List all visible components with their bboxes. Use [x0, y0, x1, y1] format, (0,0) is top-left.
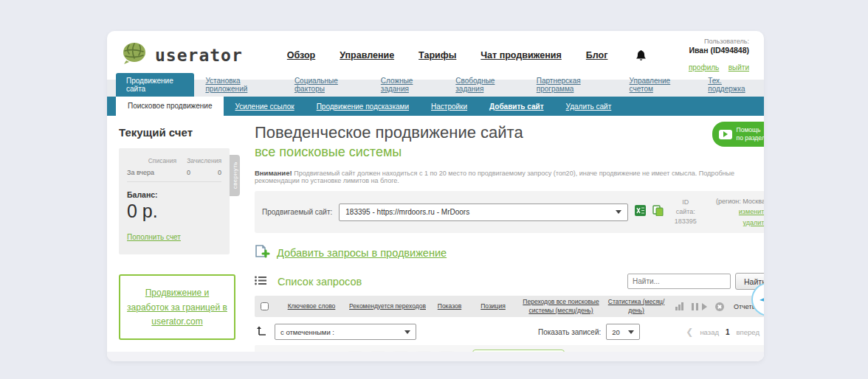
stop-icon[interactable]: [715, 302, 724, 311]
page-size-dropdown[interactable]: 20: [606, 324, 640, 340]
pause-play-icon[interactable]: [692, 303, 707, 310]
pagination: ❮ назад 1 вперед ❯: [686, 327, 764, 337]
column-header-link[interactable]: Ключевое слово: [276, 302, 347, 310]
user-box: Пользователь: Иван (ID494848) профиль вы…: [683, 38, 749, 73]
column-header-link[interactable]: Статистика (месяц/день): [607, 298, 666, 315]
region-label: (регион: Москва): [706, 196, 764, 206]
topup-link[interactable]: Пополнить счет: [127, 233, 181, 241]
forward-page-link[interactable]: вперед: [737, 328, 760, 336]
column-headers: Ключевое словоРекомендуется переходовПок…: [276, 298, 666, 315]
select-all-checkbox[interactable]: [261, 302, 269, 310]
debit-value: 0: [162, 169, 190, 176]
credit-value: 0: [190, 169, 221, 176]
with-selected-dropdown[interactable]: с отмеченными :: [275, 324, 416, 340]
top-nav-link[interactable]: Чат продвижения: [480, 50, 561, 60]
user-label: Пользователь:: [683, 38, 749, 45]
account-title: Текущий счет: [119, 126, 241, 139]
video-play-icon: [719, 130, 732, 139]
column-header-link[interactable]: Позиция: [471, 302, 515, 310]
primary-tab[interactable]: Тех. поддержка: [708, 73, 753, 97]
secondary-tab-bar: Поисковое продвижениеУсиление ссылокПрод…: [107, 97, 764, 116]
site-region-block: (регион: Москва) изменить удалить: [706, 196, 764, 228]
list-controls-row: с отмеченными : Показать записей: 20 ❮ н…: [255, 324, 764, 340]
primary-tab[interactable]: Продвижение сайта: [116, 73, 194, 97]
profile-link[interactable]: профиль: [689, 63, 719, 72]
main-content: Поведенческое продвижение сайта все поис…: [252, 116, 764, 361]
top-nav-link[interactable]: Обзор: [287, 50, 315, 60]
secondary-tab[interactable]: Добавить сайт: [489, 102, 544, 111]
top-nav-link[interactable]: Тарифы: [418, 50, 456, 60]
column-header-link[interactable]: Рекомендуется переходов: [347, 302, 428, 310]
query-list-title: Список запросов: [278, 276, 362, 288]
site-select[interactable]: 183395 - https://mrdoors.ru - MrDoors: [339, 204, 628, 221]
delete-site-link[interactable]: удалить: [743, 219, 764, 226]
search-input[interactable]: [627, 274, 731, 289]
statistics-chart-icon[interactable]: [675, 302, 683, 310]
current-page-number: 1: [726, 328, 730, 336]
collapse-panel-tab[interactable]: свернуть: [230, 155, 240, 196]
account-box: Списания Зачисления За вчера 0 0 Баланс:…: [119, 148, 230, 254]
excel-export-icon[interactable]: [635, 205, 646, 219]
primary-tab[interactable]: Социальные факторы: [294, 73, 359, 97]
page-subtitle: все поисковые системы: [255, 145, 764, 160]
site-select-label: Продвигаемый сайт:: [262, 208, 332, 216]
promo-link[interactable]: Продвижение и заработок за границей в us…: [127, 288, 227, 327]
copy-site-icon[interactable]: [652, 205, 664, 219]
balance-label: Баланс:: [127, 190, 221, 199]
secondary-tab[interactable]: Настройки: [431, 102, 467, 111]
page-title: Поведенческое продвижение сайта: [255, 123, 764, 142]
card-footer: [107, 352, 764, 361]
secondary-tab[interactable]: Усиление ссылок: [235, 102, 294, 111]
primary-tab[interactable]: Свободные задания: [455, 73, 514, 97]
debit-column-header: Списания: [148, 157, 177, 164]
list-icon: [255, 275, 266, 288]
help-button[interactable]: Помощь по разделу: [712, 122, 764, 147]
prev-page-chevron[interactable]: ❮: [686, 327, 693, 337]
query-table-header: Ключевое словоРекомендуется переходовПок…: [255, 296, 764, 317]
top-nav-link[interactable]: Блог: [586, 50, 608, 60]
top-nav-link[interactable]: Управление: [340, 50, 394, 60]
brain-logo-icon: [120, 41, 148, 69]
credit-column-header: Зачисления: [187, 157, 221, 164]
primary-tab-bar: Продвижение сайтаУстановка приложенийСоц…: [107, 80, 764, 97]
chevron-down-icon: [628, 330, 634, 334]
site-id-block: ID сайта: 183395: [672, 198, 699, 226]
notifications-bell-icon[interactable]: [636, 49, 647, 62]
secondary-tab[interactable]: Продвижение подсказками: [317, 102, 409, 111]
back-page-link[interactable]: назад: [700, 328, 719, 336]
user-name: Иван (ID494848): [683, 46, 749, 55]
apply-to-selected-icon: [256, 325, 266, 339]
secondary-tab[interactable]: Удалить сайт: [566, 102, 612, 111]
primary-tab[interactable]: Установка приложений: [205, 73, 272, 97]
primary-tab[interactable]: Сложные задания: [381, 73, 433, 97]
promoted-site-row: Продвигаемый сайт: 183395 - https://mrdo…: [255, 191, 764, 233]
logout-link[interactable]: выйти: [728, 63, 749, 72]
primary-tab[interactable]: Управление счетом: [630, 73, 686, 97]
promo-box: Продвижение и заработок за границей в us…: [119, 274, 235, 340]
app-window: userator ОбзорУправлениеТарифыЧат продви…: [107, 31, 764, 361]
show-records-label: Показать записей:: [538, 328, 601, 336]
top-nav: ОбзорУправлениеТарифыЧат продвиженияБлог: [287, 50, 608, 60]
chevron-down-icon: [404, 330, 410, 334]
secondary-tab[interactable]: Поисковое продвижение: [116, 97, 224, 116]
logo[interactable]: userator: [120, 41, 243, 69]
chevron-down-icon: [616, 210, 621, 214]
column-header-link[interactable]: Показов: [428, 302, 471, 310]
logo-text: userator: [155, 46, 243, 65]
account-row-yesterday: За вчера 0 0: [127, 169, 221, 182]
warning-text: Внимание! Продвигаемый сайт должен наход…: [255, 169, 764, 184]
row-label: За вчера: [127, 169, 162, 176]
balance-value: 0 р.: [127, 201, 221, 222]
add-queries-link[interactable]: Добавить запросы в продвижение: [277, 247, 447, 259]
sidebar: Текущий счет Списания Зачисления За вчер…: [107, 116, 252, 361]
column-header-link[interactable]: Переходов все поисковые системы (месяц/д…: [515, 298, 607, 315]
primary-tab[interactable]: Партнерская программа: [537, 73, 607, 97]
edit-site-link[interactable]: изменить: [739, 208, 764, 215]
add-document-icon: [255, 244, 270, 262]
